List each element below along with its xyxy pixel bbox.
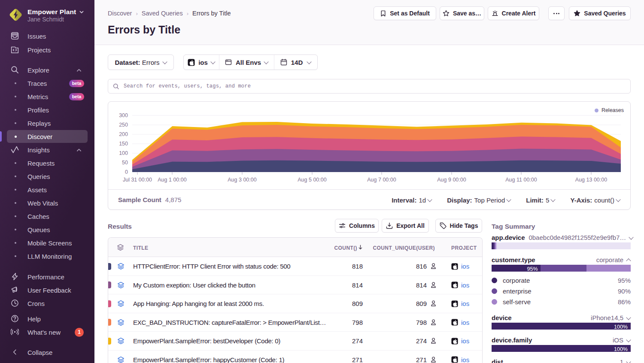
svg-text:Aug 3 00:00: Aug 3 00:00 [228,177,256,183]
svg-text:100: 100 [119,150,128,156]
svg-text:150: 150 [119,141,128,147]
svg-text:Aug 9 00:00: Aug 9 00:00 [437,177,466,183]
svg-text:50: 50 [122,160,128,166]
svg-text:200: 200 [119,131,128,137]
svg-text:Aug 11 00:00: Aug 11 00:00 [505,177,537,183]
svg-text:Aug 7 00:00: Aug 7 00:00 [367,177,396,183]
svg-text:0: 0 [125,169,128,175]
svg-text:Aug 5 00:00: Aug 5 00:00 [298,177,326,183]
svg-text:300: 300 [119,112,128,118]
svg-text:Aug 13 00:00: Aug 13 00:00 [575,177,607,183]
svg-text:Aug 1 00:00: Aug 1 00:00 [158,177,186,183]
svg-text:250: 250 [119,122,128,128]
svg-text:Jul 31 00:00: Jul 31 00:00 [123,177,152,183]
